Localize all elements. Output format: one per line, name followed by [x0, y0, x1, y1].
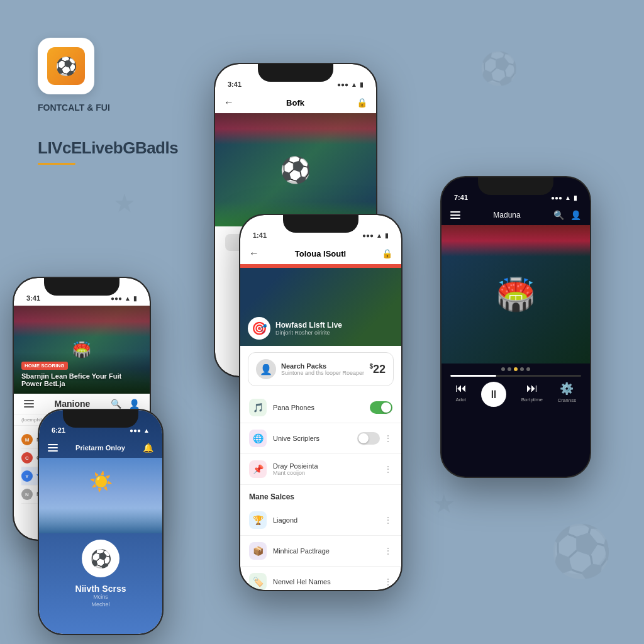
club-title-text: Niivth Scrss [39, 584, 162, 594]
settings-item-pana[interactable]: 🎵 Pana Phones [240, 392, 401, 423]
bg-decor-football-1: ⚽ [550, 522, 613, 581]
back-arrow-icon-2[interactable]: ← [224, 97, 234, 108]
pause-icon: ⏸ [488, 388, 499, 401]
app-icon-inner: ⚽ [47, 47, 85, 85]
hamburger-icon-4[interactable] [450, 211, 460, 219]
phone-5-header-title: Prietarm Onloy [75, 444, 125, 452]
settings-left-unive: 🌐 Unive Scriplers [249, 430, 319, 447]
signal-icon-2: ●●● [337, 81, 348, 88]
vp-skip-forward-btn[interactable]: ⏭ Bortptime [521, 382, 543, 407]
phone-video-player: 7:41 ●●● ▲ ▮ Maduna 🔍 👤 🏟️ [440, 176, 591, 478]
vp-pause-btn[interactable]: ⏸ [481, 382, 506, 407]
skip-forward-label: Bortptime [521, 397, 543, 402]
settings-right-unive: ⋮ [357, 432, 392, 445]
package-card-top[interactable]: 👤 Nearch Packs Suintone and ths looper R… [248, 352, 394, 386]
wifi-icon-3: ▲ [376, 232, 382, 239]
settings-text-pana: Pana Phones [273, 404, 314, 411]
settings-icon-minhical: 📦 [249, 542, 267, 560]
three-dots-dray[interactable]: ⋮ [384, 464, 392, 474]
phone-club: 6:21 ●●● ▲ Prietarm Onloy 🔔 ☀ [38, 409, 164, 635]
phone-3-screen: 1:41 ●●● ▲ ▮ ← Toloua ISoutl 🔒 🎯 Howfasd… [240, 215, 401, 590]
vp-icons: 🔍 👤 [553, 210, 581, 220]
phone-3-time: 1:41 [253, 231, 267, 239]
settings-icon-nenvel: 🏷️ [249, 573, 267, 590]
live-package-info: 🎯 Howfasd Lisft Live Dinjorit Rosher oir… [248, 317, 342, 340]
tagline-text: LIVcELivebGBadls [38, 138, 178, 158]
user-icon-4[interactable]: 👤 [570, 210, 581, 220]
bg-decor-star-2: ★ [433, 489, 455, 518]
player-icon-1: 🏟️ [72, 341, 91, 358]
settings-item-dray[interactable]: 📌 Dray Posieinta Mant cooijon ⋮ [240, 454, 401, 485]
signal-icon: ●●● [111, 295, 122, 302]
headline-text-1: Sbarnjin Lean Befice Your Fuit Power Bet… [21, 372, 142, 387]
lock-icon-2: 🔒 [357, 97, 367, 108]
three-dots-liagond[interactable]: ⋮ [384, 515, 392, 525]
toggle-dot-unive [358, 433, 369, 443]
phone-4-screen: 7:41 ●●● ▲ ▮ Maduna 🔍 👤 🏟️ [441, 177, 590, 477]
vp-skip-back-btn[interactable]: ⏮ Adot [455, 382, 467, 407]
team-badge-2: C [21, 452, 33, 464]
user-icon-1[interactable]: 👤 [129, 399, 140, 409]
vp-video-inner: 🏟️ [441, 225, 590, 364]
phone-3-status-icons: ●●● ▲ ▮ [362, 232, 389, 239]
bg-decor-football-2: ⚽ [479, 50, 518, 87]
hamburger-icon-5[interactable] [48, 444, 58, 452]
settings-item-minhical[interactable]: 📦 Minhical Pactlrage ⋮ [240, 536, 401, 567]
settings-name-liagond: Liagond [273, 516, 297, 524]
settings-icon-vp: ⚙️ [560, 382, 574, 396]
phone-3-title: Toloua ISoutl [264, 249, 377, 258]
pkg-name-nearch: Nearch Packs [281, 362, 364, 370]
bell-icon-5[interactable]: 🔔 [143, 443, 153, 453]
battery-icon-4: ▮ [574, 194, 577, 201]
vp-settings-btn[interactable]: ⚙️ Crannss [557, 382, 576, 407]
phone-4-notch [478, 177, 553, 195]
club-badge-large: ⚽ [82, 540, 119, 577]
sports-players-icon-2: ⚽ [280, 155, 311, 185]
search-icon-4[interactable]: 🔍 [553, 210, 564, 220]
phone-2-title: Bofk [239, 98, 352, 108]
three-dots-nenvel[interactable]: ⋮ [384, 577, 392, 587]
team-badge-1: M [21, 434, 33, 445]
vp-bottom-controls: ⏮ Adot ⏸ ⏭ Bortptime ⚙️ Crannss [441, 377, 590, 412]
settings-icon-pana: 🎵 [249, 399, 267, 416]
live-package-name: Howfasd Lisft Live [275, 321, 342, 330]
skip-back-label: Adot [456, 397, 466, 402]
phone-5-time: 6:21 [52, 426, 65, 434]
video-content-icon: 🏟️ [496, 276, 535, 313]
live-badge-1: HOME SCORING [21, 362, 68, 370]
settings-text-dray: Dray Posieinta Mant cooijon [273, 462, 318, 476]
sky-gradient [39, 508, 162, 533]
settings-name-unive: Unive Scriplers [273, 435, 319, 442]
club-sub-text: Mcins [39, 594, 162, 600]
phone-1-status-icons: ●●● ▲ ▮ [111, 295, 137, 302]
settings-icon-unive: 🌐 [249, 430, 267, 447]
wifi-icon-2: ▲ [351, 81, 357, 88]
signal-icon-3: ●●● [362, 232, 374, 239]
section2-title: Mane Salces [240, 485, 401, 505]
battery-icon-2: ▮ [360, 81, 364, 88]
settings-left-nenvel: 🏷️ Nenvel Hel Names [249, 573, 331, 590]
settings-left-liagond: 🏆 Liagond [249, 511, 297, 529]
toggle-pana[interactable] [370, 401, 392, 414]
three-dots-unive[interactable]: ⋮ [384, 433, 392, 443]
settings-item-nenvel[interactable]: 🏷️ Nenvel Hel Names ⋮ [240, 567, 401, 590]
back-arrow-icon-3[interactable]: ← [249, 248, 259, 259]
settings-text-unive: Unive Scriplers [273, 435, 319, 442]
settings-item-liagond[interactable]: 🏆 Liagond ⋮ [240, 505, 401, 536]
phone-2-video: ⚽ [215, 113, 376, 226]
pkg-text-nearch: Nearch Packs Suintone and ths looper Roe… [281, 362, 364, 376]
app-icon: ⚽ [38, 38, 94, 94]
search-icon-1[interactable]: 🔍 [111, 399, 121, 409]
settings-item-unive[interactable]: 🌐 Unive Scriplers ⋮ [240, 423, 401, 454]
phone-2-notch [258, 64, 333, 82]
three-dots-minhical[interactable]: ⋮ [384, 546, 392, 556]
phone-3-header: ← Toloua ISoutl 🔒 [240, 243, 401, 264]
settings-name-minhical: Minhical Pactlrage [273, 547, 330, 555]
skip-forward-icon: ⏭ [526, 382, 538, 395]
settings-name-dray: Dray Posieinta [273, 462, 318, 470]
toggle-unive[interactable] [357, 432, 380, 445]
phone-2-header: ← Bofk 🔒 [215, 92, 376, 113]
vp-dots [441, 364, 590, 375]
hamburger-icon-1[interactable] [24, 400, 34, 408]
sun-emoji: ☀️ [89, 471, 113, 492]
